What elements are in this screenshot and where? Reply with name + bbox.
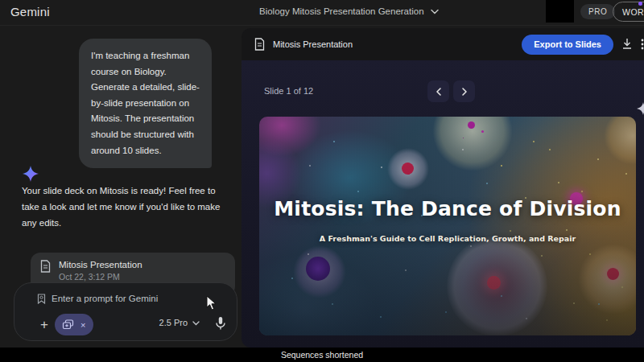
slide-viewer: Slide 1 of 12 Mito [242, 60, 644, 348]
chevron-down-icon [192, 318, 200, 327]
attachment-timestamp: Oct 22, 3:12 PM [59, 272, 142, 282]
stacked-slides-icon [62, 319, 74, 330]
panel-title: Mitosis Presentation [273, 39, 353, 49]
next-slide-button[interactable] [453, 80, 475, 102]
assistant-message: Your slide deck on Mitosis is ready! Fee… [22, 183, 227, 231]
gemini-sparkle-icon [23, 166, 39, 182]
slide-overlay [259, 117, 636, 335]
previous-slide-button[interactable] [427, 80, 449, 102]
download-icon[interactable] [621, 38, 633, 53]
pro-badge: PRO [580, 4, 615, 19]
sparkle-icon [637, 102, 644, 118]
slides-panel: Mitosis Presentation Export to Slides Sl… [242, 28, 644, 348]
export-to-slides-button[interactable]: Export to Slides [522, 35, 613, 55]
more-options-icon[interactable] [641, 39, 644, 53]
masked-area [546, 0, 574, 23]
app-window: Gemini Biology Mitosis Presentation Gene… [0, 0, 644, 362]
speckle-dots [259, 117, 261, 118]
mouse-cursor [206, 296, 217, 315]
gemini-logo[interactable]: Gemini [10, 5, 50, 19]
document-icon [254, 38, 265, 51]
tool-chip[interactable]: × [55, 314, 93, 335]
notification-dot [638, 2, 642, 6]
slide-subtitle: A Freshman's Guide to Cell Replication, … [259, 234, 636, 243]
caption-bar: Sequences shortened [0, 348, 644, 362]
top-bar: Gemini Biology Mitosis Presentation Gene… [0, 0, 644, 26]
document-icon [40, 260, 51, 273]
add-attachment-button[interactable]: + [35, 316, 53, 334]
prompt-flag-icon [37, 293, 46, 307]
slide-title: Mitosis: The Dance of Division [259, 197, 636, 220]
chevron-down-icon [431, 6, 439, 16]
model-label: 2.5 Pro [159, 318, 188, 327]
conversation-title-dropdown[interactable]: Biology Mitosis Presentation Generation [259, 6, 439, 16]
slides-panel-header: Mitosis Presentation Export to Slides [242, 28, 644, 60]
prompt-composer: + × 2.5 Pro [14, 282, 237, 341]
close-icon[interactable]: × [80, 320, 85, 330]
slide-counter: Slide 1 of 12 [264, 86, 313, 96]
microphone-icon[interactable] [215, 316, 226, 334]
attachment-title: Mitosis Presentation [59, 260, 142, 269]
model-selector[interactable]: 2.5 Pro [159, 318, 200, 327]
slide-image[interactable]: Mitosis: The Dance of Division A Freshma… [259, 117, 636, 335]
conversation-title: Biology Mitosis Presentation Generation [259, 6, 424, 16]
speckle-dots [259, 117, 261, 118]
user-message-bubble: I'm teaching a freshman course on Biolog… [79, 39, 212, 168]
prompt-input[interactable] [52, 291, 221, 306]
caption-text: Sequences shortened [281, 350, 363, 360]
